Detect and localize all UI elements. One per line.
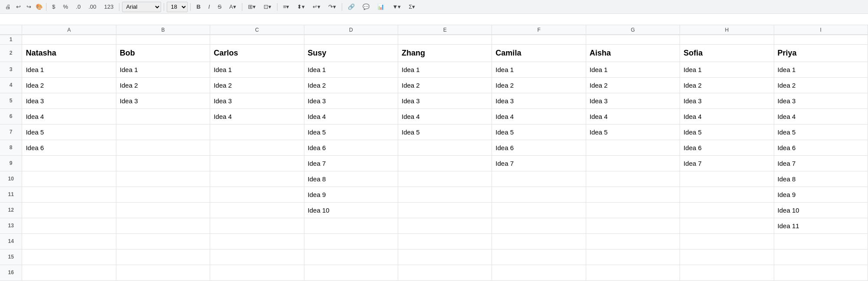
- cell-C8[interactable]: [210, 140, 304, 155]
- cell-A11[interactable]: [22, 187, 116, 202]
- cell-G5[interactable]: Idea 3: [586, 93, 680, 108]
- paint-format-icon[interactable]: 🎨: [35, 3, 43, 11]
- italic-btn[interactable]: I: [205, 2, 213, 12]
- cell-E1[interactable]: [398, 35, 492, 44]
- cell-F3[interactable]: Idea 1: [492, 62, 586, 77]
- cell-F15[interactable]: [492, 249, 586, 265]
- cell-A13[interactable]: [22, 218, 116, 233]
- cell-H6[interactable]: Idea 4: [680, 108, 774, 124]
- chart-btn[interactable]: 📊: [374, 2, 387, 12]
- cell-G2[interactable]: Aisha: [586, 44, 680, 62]
- cell-H3[interactable]: Idea 1: [680, 62, 774, 77]
- cell-D9[interactable]: Idea 7: [304, 155, 398, 171]
- redo-icon[interactable]: ↪: [24, 3, 33, 11]
- cell-G3[interactable]: Idea 1: [586, 62, 680, 77]
- cell-F4[interactable]: Idea 2: [492, 77, 586, 93]
- cell-D10[interactable]: Idea 8: [304, 171, 398, 187]
- font-size-select[interactable]: 18: [167, 2, 188, 12]
- cell-E8[interactable]: [398, 140, 492, 155]
- cell-C1[interactable]: [210, 35, 304, 44]
- cell-H10[interactable]: [680, 171, 774, 187]
- cell-A15[interactable]: [22, 249, 116, 265]
- row-header-14[interactable]: 14: [0, 233, 22, 249]
- cell-A7[interactable]: Idea 5: [22, 124, 116, 140]
- cell-B11[interactable]: [116, 187, 210, 202]
- cell-F2[interactable]: Camila: [492, 44, 586, 62]
- strikethrough-btn[interactable]: S: [215, 2, 224, 12]
- cell-H13[interactable]: [680, 218, 774, 233]
- cell-C2[interactable]: Carlos: [210, 44, 304, 62]
- cell-D15[interactable]: [304, 249, 398, 265]
- cell-B13[interactable]: [116, 218, 210, 233]
- cell-H16[interactable]: [680, 265, 774, 280]
- cell-D12[interactable]: Idea 10: [304, 202, 398, 218]
- formula-input[interactable]: [11, 16, 865, 23]
- cell-F16[interactable]: [492, 265, 586, 280]
- halign-btn[interactable]: ≡▾: [280, 2, 293, 12]
- col-header-h[interactable]: H: [680, 25, 774, 35]
- cell-A2[interactable]: Natasha: [22, 44, 116, 62]
- cell-I9[interactable]: Idea 7: [774, 155, 868, 171]
- cell-F8[interactable]: Idea 6: [492, 140, 586, 155]
- cell-D3[interactable]: Idea 1: [304, 62, 398, 77]
- cell-H11[interactable]: [680, 187, 774, 202]
- cell-E5[interactable]: Idea 3: [398, 93, 492, 108]
- cell-B4[interactable]: Idea 2: [116, 77, 210, 93]
- cell-C16[interactable]: [210, 265, 304, 280]
- cell-A1[interactable]: [22, 35, 116, 44]
- cell-B16[interactable]: [116, 265, 210, 280]
- cell-E3[interactable]: Idea 1: [398, 62, 492, 77]
- cell-C5[interactable]: Idea 3: [210, 93, 304, 108]
- col-header-a[interactable]: A: [22, 25, 116, 35]
- row-header-4[interactable]: 4: [0, 77, 22, 93]
- cell-I10[interactable]: Idea 8: [774, 171, 868, 187]
- cell-A3[interactable]: Idea 1: [22, 62, 116, 77]
- cell-E13[interactable]: [398, 218, 492, 233]
- cell-C9[interactable]: [210, 155, 304, 171]
- cell-A14[interactable]: [22, 233, 116, 249]
- cell-I1[interactable]: [774, 35, 868, 44]
- text-color-btn[interactable]: A▾: [226, 2, 239, 12]
- cell-I16[interactable]: [774, 265, 868, 280]
- cell-B1[interactable]: [116, 35, 210, 44]
- cell-E6[interactable]: Idea 4: [398, 108, 492, 124]
- cell-I3[interactable]: Idea 1: [774, 62, 868, 77]
- cell-G16[interactable]: [586, 265, 680, 280]
- cell-A16[interactable]: [22, 265, 116, 280]
- col-header-f[interactable]: F: [492, 25, 586, 35]
- decimal-dec-btn[interactable]: .0: [73, 2, 84, 12]
- cell-D8[interactable]: Idea 6: [304, 140, 398, 155]
- col-header-b[interactable]: B: [116, 25, 210, 35]
- cell-E7[interactable]: Idea 5: [398, 124, 492, 140]
- cell-B3[interactable]: Idea 1: [116, 62, 210, 77]
- col-header-g[interactable]: G: [586, 25, 680, 35]
- cell-C10[interactable]: [210, 171, 304, 187]
- merge-btn[interactable]: ⊡▾: [261, 2, 274, 12]
- cell-G12[interactable]: [586, 202, 680, 218]
- cell-A5[interactable]: Idea 3: [22, 93, 116, 108]
- cell-A9[interactable]: [22, 155, 116, 171]
- cell-H2[interactable]: Sofia: [680, 44, 774, 62]
- cell-G8[interactable]: [586, 140, 680, 155]
- cell-B9[interactable]: [116, 155, 210, 171]
- row-header-7[interactable]: 7: [0, 124, 22, 140]
- cell-E9[interactable]: [398, 155, 492, 171]
- cell-E10[interactable]: [398, 171, 492, 187]
- cell-B7[interactable]: [116, 124, 210, 140]
- decimal-inc-btn[interactable]: .00: [86, 2, 99, 12]
- cell-D13[interactable]: [304, 218, 398, 233]
- cell-C7[interactable]: [210, 124, 304, 140]
- cell-G15[interactable]: [586, 249, 680, 265]
- cell-H15[interactable]: [680, 249, 774, 265]
- cell-G13[interactable]: [586, 218, 680, 233]
- cell-E11[interactable]: [398, 187, 492, 202]
- cell-B2[interactable]: Bob: [116, 44, 210, 62]
- cell-G6[interactable]: Idea 4: [586, 108, 680, 124]
- cell-H5[interactable]: Idea 3: [680, 93, 774, 108]
- cell-E12[interactable]: [398, 202, 492, 218]
- cell-F10[interactable]: [492, 171, 586, 187]
- rotate-btn[interactable]: ↷▾: [325, 2, 339, 12]
- comment-btn[interactable]: 💬: [360, 2, 373, 12]
- cell-G1[interactable]: [586, 35, 680, 44]
- cell-E4[interactable]: Idea 2: [398, 77, 492, 93]
